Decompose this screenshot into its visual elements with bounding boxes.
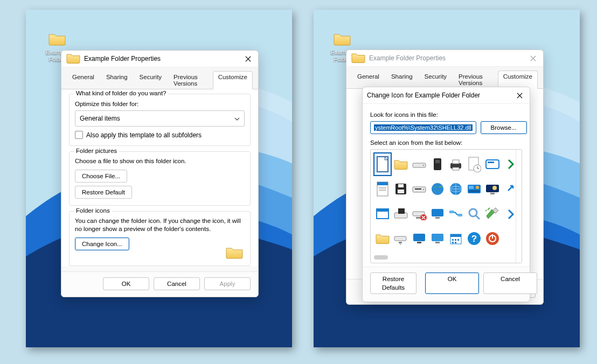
cancel-button[interactable]: Cancel: [154, 277, 200, 290]
browse-button[interactable]: Browse...: [481, 121, 527, 134]
apply-button[interactable]: Apply: [204, 277, 251, 290]
icon-network-drive[interactable]: [392, 227, 409, 250]
icon-arrow[interactable]: [502, 153, 519, 176]
svg-rect-31: [486, 185, 499, 192]
svg-rect-13: [488, 162, 494, 163]
close-button[interactable]: [242, 53, 254, 65]
folder-icon: [66, 52, 81, 66]
tab-previous-versions[interactable]: Previous Versions: [168, 71, 212, 89]
svg-point-45: [469, 209, 477, 216]
icon-screensaver[interactable]: [484, 178, 501, 200]
svg-rect-37: [398, 208, 405, 214]
window-title: Example Folder Properties: [369, 54, 446, 62]
icon-calendar[interactable]: [447, 227, 464, 250]
tab-customize[interactable]: Customize: [498, 71, 538, 89]
group-title: What kind of folder do you want?: [74, 90, 169, 96]
icon-list-scrollbar[interactable]: [374, 254, 519, 261]
icon-network-drive-error[interactable]: [411, 202, 428, 225]
icon-folder-alt[interactable]: [374, 227, 391, 250]
dropdown-value: General items: [80, 115, 120, 122]
tab-sharing[interactable]: Sharing: [386, 71, 418, 89]
titlebar[interactable]: Example Folder Properties: [61, 51, 258, 67]
svg-rect-12: [486, 160, 499, 169]
folder-icon: [48, 32, 66, 48]
icon-floppy[interactable]: [392, 178, 409, 200]
titlebar[interactable]: Example Folder Properties: [346, 50, 543, 67]
tab-general[interactable]: General: [352, 71, 385, 89]
icon-usb-drive[interactable]: [484, 202, 501, 225]
group-folder-icons: Folder icons You can change the folder i…: [69, 211, 251, 266]
tab-customize[interactable]: Customize: [213, 71, 253, 89]
svg-rect-47: [394, 236, 406, 241]
close-button[interactable]: [513, 89, 525, 101]
icon-clock[interactable]: [466, 153, 483, 176]
icon-printer[interactable]: [447, 153, 464, 176]
icon-run[interactable]: [484, 153, 501, 176]
dialog-footer: OK Cancel Apply: [61, 271, 258, 297]
icon-help[interactable]: ?: [466, 227, 483, 250]
svg-text:?: ?: [471, 234, 477, 244]
icon-power[interactable]: [484, 227, 501, 250]
restore-defaults-button[interactable]: Restore Defaults: [370, 272, 416, 294]
tab-security[interactable]: Security: [419, 71, 453, 89]
icon-globe-map[interactable]: [429, 178, 446, 200]
tab-general[interactable]: General: [67, 71, 100, 89]
icon-file-path-input[interactable]: ystemRoot%\System32\SHELL32.dll: [370, 121, 476, 134]
group-folder-kind: What kind of folder do you want? Optimiz…: [69, 94, 251, 146]
apply-subfolders-checkbox[interactable]: Also apply this template to all subfolde…: [75, 131, 245, 139]
choose-file-button[interactable]: Choose File...: [75, 170, 127, 183]
icon-globe[interactable]: [447, 178, 464, 200]
svg-rect-33: [490, 193, 495, 194]
icon-network[interactable]: [447, 202, 464, 225]
svg-rect-42: [435, 217, 440, 219]
look-for-icons-label: Look for icons in this file:: [370, 111, 522, 118]
icon-list: ?: [370, 149, 522, 263]
optimize-dropdown[interactable]: General items: [75, 110, 245, 127]
icon-drive-slot[interactable]: [411, 178, 428, 200]
icon-control-panel[interactable]: [466, 178, 483, 200]
icon-text-file[interactable]: [374, 178, 391, 200]
icon-shortcut-arrow[interactable]: [502, 202, 519, 225]
tab-security[interactable]: Security: [134, 71, 168, 89]
svg-rect-35: [377, 209, 388, 212]
svg-point-23: [423, 189, 425, 191]
svg-rect-44: [458, 214, 462, 216]
ok-button[interactable]: OK: [425, 272, 479, 294]
icon-arrow-share[interactable]: [502, 178, 519, 200]
icon-document[interactable]: [374, 153, 391, 176]
icon-chip[interactable]: [429, 153, 446, 176]
icon-window[interactable]: [374, 202, 391, 225]
icon-search[interactable]: [466, 202, 483, 225]
restore-default-button[interactable]: Restore Default: [75, 186, 132, 199]
svg-point-32: [492, 186, 497, 190]
optimize-label: Optimize this folder for:: [75, 101, 245, 107]
svg-rect-52: [435, 242, 440, 243]
icon-monitor[interactable]: [411, 227, 428, 250]
ok-button[interactable]: OK: [103, 277, 149, 290]
folder-icon: [333, 32, 351, 48]
icon-floppy-drive[interactable]: [392, 202, 409, 225]
svg-rect-51: [432, 234, 443, 241]
change-icon-button[interactable]: Change Icon...: [75, 237, 129, 250]
change-icon-window: Change Icon for Example Folder Folder Lo…: [362, 87, 530, 302]
icon-display[interactable]: [429, 202, 446, 225]
icon-this-pc[interactable]: [429, 227, 446, 250]
cancel-button[interactable]: Cancel: [483, 272, 537, 294]
folder-pictures-desc: Choose a file to show on this folder ico…: [75, 157, 245, 165]
tab-previous-versions[interactable]: Previous Versions: [453, 71, 497, 89]
svg-rect-9: [453, 167, 459, 170]
icon-drive[interactable]: [411, 153, 428, 176]
icon-folder[interactable]: [392, 153, 409, 176]
tab-sharing[interactable]: Sharing: [101, 71, 133, 89]
group-title: Folder pictures: [74, 148, 119, 154]
svg-point-24: [432, 183, 443, 195]
svg-rect-49: [413, 234, 425, 241]
close-button[interactable]: [527, 52, 539, 64]
group-title: Folder icons: [74, 207, 112, 214]
desktop-right: ExampleFolder Example Folder Properties …: [314, 10, 580, 347]
titlebar[interactable]: Change Icon for Example Folder Folder: [363, 87, 530, 104]
properties-window: Example Folder Properties General Sharin…: [61, 50, 259, 297]
svg-rect-41: [432, 209, 443, 216]
tabs: General Sharing Security Previous Versio…: [61, 67, 258, 89]
select-icon-label: Select an icon from the list below:: [370, 139, 522, 146]
